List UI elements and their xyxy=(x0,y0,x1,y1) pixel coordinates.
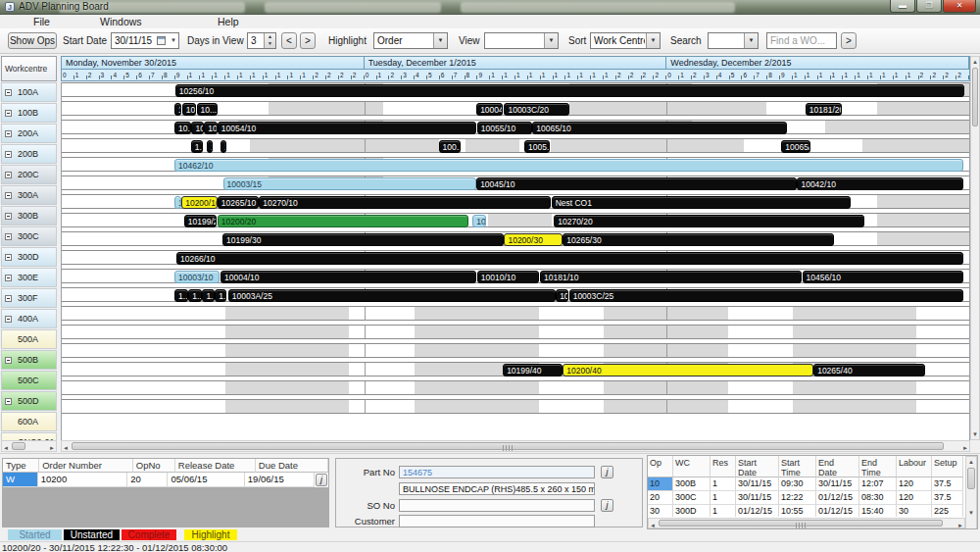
gantt-bar[interactable]: 10265/30 xyxy=(563,233,834,246)
ops-cell[interactable]: 08:30 xyxy=(859,491,897,505)
gantt-bar[interactable]: 10... xyxy=(197,103,218,116)
ops-cell[interactable]: 37.5 xyxy=(932,477,963,491)
gantt-bar[interactable]: 10200/40 xyxy=(563,364,812,376)
gantt-bar[interactable]: 1.. xyxy=(191,140,203,153)
start-date-input[interactable]: 30/11/15 ▼ xyxy=(111,32,179,49)
gantt-bar[interactable]: 1 xyxy=(220,140,226,153)
gantt-bar[interactable]: 10270/10 xyxy=(259,196,551,209)
ops-cell[interactable]: 30/11/15 xyxy=(736,491,779,505)
gantt-bar[interactable]: 10.. xyxy=(191,122,203,134)
sort-select[interactable]: Work Centre▼ xyxy=(590,32,661,49)
search-select[interactable]: ▼ xyxy=(708,32,759,49)
gantt-bar[interactable]: 1 xyxy=(174,103,181,116)
ops-cell[interactable]: 300D xyxy=(673,505,710,517)
ops-table-row[interactable]: 10300B130/11/1509:3030/11/1512:0712037.5 xyxy=(648,477,977,491)
ops-cell[interactable]: 12:22 xyxy=(779,491,816,505)
workcentre-horizontal-scrollbar[interactable]: ◄ ► xyxy=(1,440,57,452)
gantt-bar[interactable]: 10010/10 xyxy=(477,271,540,283)
close-icon[interactable]: ✕ xyxy=(943,0,976,13)
ops-cell[interactable]: 300C xyxy=(673,491,710,505)
gantt-bar[interactable]: 1005... xyxy=(524,140,550,153)
menu-item-file[interactable]: File xyxy=(29,16,54,28)
gantt-bar[interactable]: 10181/20 xyxy=(806,103,842,116)
gantt-bar[interactable]: 10... xyxy=(182,103,196,116)
ops-cell[interactable]: 01/12/15 xyxy=(816,505,859,517)
gantt-bar[interactable]: 10200/30 xyxy=(504,233,562,246)
so-no-lookup-button[interactable]: j xyxy=(601,499,613,512)
ops-cell[interactable]: 09:30 xyxy=(779,477,816,491)
ops-cell[interactable]: 01/12/15 xyxy=(816,491,859,505)
find-wo-input[interactable]: Find a WO... xyxy=(766,32,837,49)
days-in-view-stepper[interactable]: 3 ▲▼ xyxy=(247,32,276,49)
show-ops-button[interactable]: Show Ops xyxy=(8,32,57,49)
ops-cell[interactable]: 10:55 xyxy=(779,505,816,517)
find-wo-go-button[interactable]: > xyxy=(841,32,857,49)
gantt-bar[interactable]: 10256/10 xyxy=(175,84,964,97)
collapse-icon[interactable] xyxy=(5,89,12,96)
ops-cell[interactable]: 30/11/15 xyxy=(736,477,779,491)
ops-cell[interactable]: 01/12/15 xyxy=(736,505,779,517)
gantt-bar[interactable]: 10.. xyxy=(204,122,218,134)
gantt-bar[interactable]: 1 xyxy=(174,196,180,209)
ops-cell[interactable]: 30 xyxy=(648,505,673,517)
gantt-bar[interactable]: 1 xyxy=(207,140,213,153)
ops-cell[interactable]: 20 xyxy=(648,491,673,505)
customer-input[interactable] xyxy=(399,515,595,527)
so-no-input[interactable] xyxy=(399,499,595,512)
collapse-icon[interactable] xyxy=(5,275,12,281)
gantt-bar[interactable]: 10065/... xyxy=(781,140,810,153)
collapse-icon[interactable] xyxy=(5,254,12,261)
prev-day-button[interactable]: < xyxy=(281,32,297,49)
ops-cell[interactable]: 120 xyxy=(897,477,932,491)
gantt-bar[interactable]: 10270/20 xyxy=(554,215,863,227)
gantt-bar[interactable]: 10003/10 xyxy=(174,271,220,283)
order-cell[interactable]: 19/06/15 xyxy=(245,473,315,487)
gantt-bar[interactable]: 10181/10 xyxy=(540,271,802,283)
gantt-bar[interactable]: 10199/40 xyxy=(503,364,562,376)
gantt-bar[interactable]: 1... xyxy=(174,289,188,302)
spinner-arrows-icon[interactable]: ▲▼ xyxy=(264,33,275,48)
ops-cell[interactable]: 300B xyxy=(673,477,710,491)
chevron-down-icon[interactable]: ▼ xyxy=(646,33,660,48)
gantt-bar[interactable]: 10065/10 xyxy=(532,122,786,134)
gantt-bar[interactable]: 10003C/25 xyxy=(569,289,963,302)
gantt-bar[interactable]: 10003B/2 xyxy=(556,289,568,302)
operations-horizontal-scrollbar[interactable]: ◄ ► xyxy=(648,518,965,528)
gantt-bar[interactable]: 10004... xyxy=(476,103,503,116)
gantt-bar[interactable]: 1... xyxy=(202,289,214,302)
gantt-bar[interactable]: 1... xyxy=(215,289,226,302)
chevron-down-icon[interactable]: ▼ xyxy=(433,33,447,48)
ops-cell[interactable]: 30 xyxy=(897,505,932,517)
gantt-bar[interactable]: 10456/10 xyxy=(803,271,963,283)
collapse-icon[interactable] xyxy=(5,130,12,137)
order-cell[interactable]: 20 xyxy=(127,473,168,487)
ops-cell[interactable]: 15:40 xyxy=(859,505,897,517)
gantt-bar[interactable]: 10003C/20 xyxy=(504,103,569,116)
ops-cell[interactable]: 30/11/15 xyxy=(816,477,859,491)
calendar-icon[interactable] xyxy=(157,36,166,45)
ops-table-row[interactable]: 20300C130/11/1512:2201/12/1508:3012037.5 xyxy=(648,491,977,505)
ops-cell[interactable]: 1 xyxy=(710,491,736,505)
gantt-bar[interactable]: 10199/30 xyxy=(222,233,504,246)
highlight-select[interactable]: Order▼ xyxy=(373,32,448,49)
gantt-bar[interactable]: 10042/10 xyxy=(797,177,962,190)
ops-cell[interactable]: 225 xyxy=(932,505,963,517)
collapse-icon[interactable] xyxy=(5,295,12,302)
gantt-bar[interactable]: 10200/20 xyxy=(218,215,468,227)
gantt-horizontal-scrollbar[interactable]: ◄ ► xyxy=(61,440,970,452)
gantt-bar[interactable]: 10462/10 xyxy=(174,159,962,172)
ops-cell[interactable]: 10 xyxy=(648,477,673,491)
part-no-lookup-button[interactable]: j xyxy=(601,466,613,478)
order-cell[interactable]: 05/06/15 xyxy=(168,473,244,487)
gantt-bar[interactable]: 10266/10 xyxy=(176,252,963,265)
ops-cell[interactable]: 1 xyxy=(710,505,736,517)
gantt-bar[interactable]: 10200/10 xyxy=(181,196,218,209)
ops-table-row[interactable]: 30300D101/12/1510:5501/12/1515:4030225 xyxy=(648,505,977,517)
part-no-input[interactable]: 154675 xyxy=(399,466,595,478)
gantt-bar[interactable]: 10.. xyxy=(174,122,191,134)
chevron-down-icon[interactable]: ▼ xyxy=(544,33,558,48)
gantt-bar[interactable]: 10055/10 xyxy=(477,122,532,134)
ops-cell[interactable]: 12:07 xyxy=(859,477,897,491)
order-cell[interactable]: W xyxy=(3,473,38,487)
collapse-icon[interactable] xyxy=(5,151,12,158)
